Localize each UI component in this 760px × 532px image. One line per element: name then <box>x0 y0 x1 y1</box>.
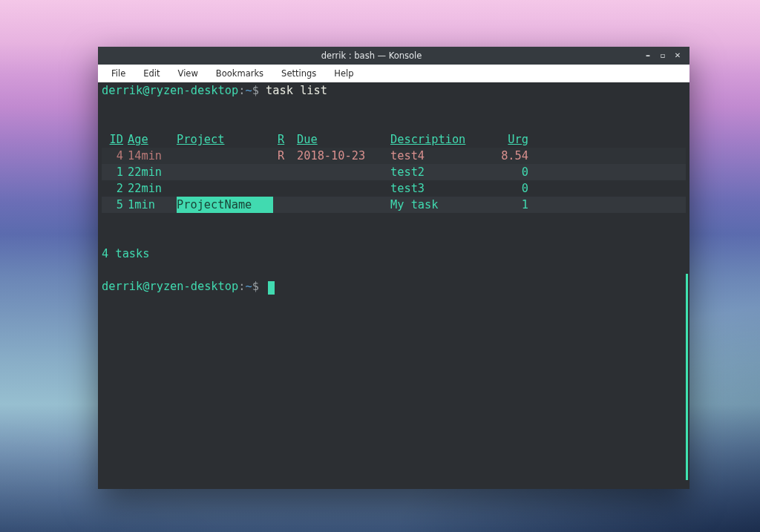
close-icon[interactable] <box>670 49 685 62</box>
menu-view[interactable]: View <box>169 66 207 81</box>
table-row: 51minProjectNameMy task1 <box>102 197 686 213</box>
prompt-sigil: $ <box>252 280 259 293</box>
cell-age: 22min <box>128 164 172 180</box>
hdr-proj: Project <box>177 131 273 148</box>
cell-id: 4 <box>105 148 123 164</box>
cell-id: 5 <box>105 197 123 213</box>
prompt-path: ~ <box>245 280 252 293</box>
menu-file[interactable]: File <box>102 66 134 81</box>
cell-due <box>297 197 386 213</box>
prompt-user: derrik@ryzen-desktop <box>102 280 238 293</box>
cell-urg: 0 <box>491 180 528 197</box>
minimize-icon[interactable] <box>641 49 655 62</box>
cell-project <box>177 164 273 180</box>
table-row: 414minR2018-10-23test48.54 <box>102 148 686 164</box>
cell-desc: test3 <box>390 180 487 197</box>
prompt-path: ~ <box>245 84 252 97</box>
cell-urg: 0 <box>491 164 528 180</box>
command-text: task list <box>266 84 327 97</box>
konsole-window: derrik : bash — Konsole File Edit View B… <box>98 47 689 489</box>
cell-due <box>297 164 386 180</box>
maximize-icon[interactable] <box>655 49 670 62</box>
hdr-urg: Urg <box>491 131 528 148</box>
table-row: 122mintest20 <box>102 164 686 180</box>
hdr-due: Due <box>297 131 386 148</box>
prompt-line-2: derrik@ryzen-desktop:~$ <box>102 278 686 295</box>
menubar: File Edit View Bookmarks Settings Help <box>98 65 689 82</box>
cell-urg: 8.54 <box>491 148 528 164</box>
cell-desc: test4 <box>390 148 487 164</box>
cell-project <box>177 148 273 164</box>
cell-id: 2 <box>105 180 123 197</box>
menu-bookmarks[interactable]: Bookmarks <box>207 66 272 81</box>
task-summary: 4 tasks <box>102 246 686 262</box>
cell-urg: 1 <box>491 197 528 213</box>
menu-settings[interactable]: Settings <box>272 66 325 81</box>
prompt-user: derrik@ryzen-desktop <box>102 84 238 97</box>
cell-age: 22min <box>128 180 172 197</box>
cell-project <box>177 180 273 197</box>
cell-desc: My task <box>390 197 487 213</box>
titlebar[interactable]: derrik : bash — Konsole <box>98 47 689 65</box>
hdr-id: ID <box>105 131 123 148</box>
hdr-age: Age <box>128 131 172 148</box>
menu-help[interactable]: Help <box>325 66 362 81</box>
cell-project: ProjectName <box>177 197 273 213</box>
cell-desc: test2 <box>390 164 487 180</box>
cell-r: R <box>278 148 292 164</box>
cell-id: 1 <box>105 164 123 180</box>
prompt-sigil: $ <box>252 84 259 97</box>
cell-r <box>278 180 292 197</box>
scroll-indicator[interactable] <box>686 274 688 480</box>
cell-r <box>278 197 292 213</box>
task-rows: 414minR2018-10-23test48.54122mintest2022… <box>102 148 686 213</box>
cell-r <box>278 164 292 180</box>
cell-age: 14min <box>128 148 172 164</box>
cell-due <box>297 180 386 197</box>
table-row: 222mintest30 <box>102 180 686 197</box>
cell-due: 2018-10-23 <box>297 148 386 164</box>
task-headers: IDAgeProjectRDueDescriptionUrg <box>102 131 686 148</box>
cell-age: 1min <box>128 197 172 213</box>
prompt-line-1: derrik@ryzen-desktop:~$ task list <box>102 82 686 99</box>
terminal[interactable]: derrik@ryzen-desktop:~$ task list IDAgeP… <box>98 82 689 489</box>
menu-edit[interactable]: Edit <box>134 66 168 81</box>
hdr-desc: Description <box>390 131 487 148</box>
window-title: derrik : bash — Konsole <box>102 50 641 61</box>
hdr-r: R <box>278 131 292 148</box>
cursor-icon <box>268 281 275 295</box>
